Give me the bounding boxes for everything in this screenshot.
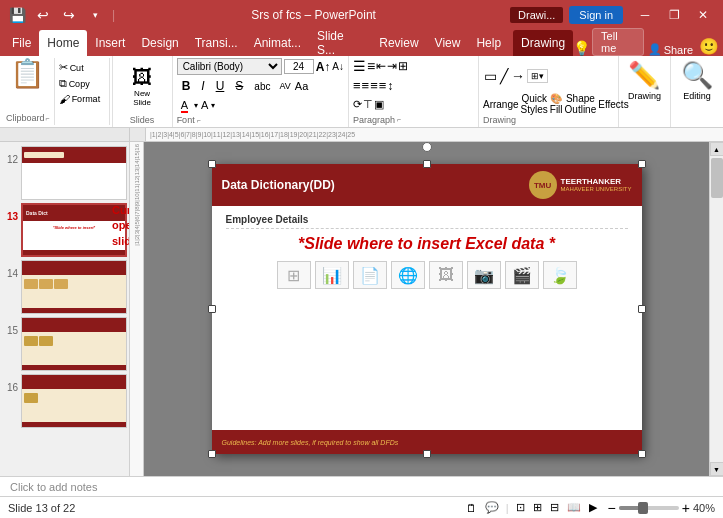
editing-button[interactable]: 🔍 Editing: [681, 60, 713, 101]
scroll-up-button[interactable]: ▲: [710, 142, 724, 156]
scroll-down-button[interactable]: ▼: [710, 462, 724, 476]
text-direction-button[interactable]: Aa: [295, 80, 308, 92]
tab-design[interactable]: Design: [133, 30, 186, 56]
sign-in-button[interactable]: Sign in: [569, 6, 623, 24]
align-center-button[interactable]: ≡: [362, 78, 370, 93]
tab-help[interactable]: Help: [468, 30, 509, 56]
align-left-button[interactable]: ≡: [353, 78, 361, 93]
rotate-handle[interactable]: [422, 142, 432, 152]
slide-sorter-button[interactable]: ⊟: [547, 500, 562, 515]
restore-button[interactable]: ❐: [660, 1, 688, 29]
zoom-out-button[interactable]: −: [608, 500, 616, 516]
minimize-button[interactable]: ─: [631, 1, 659, 29]
handle-ml[interactable]: [208, 305, 216, 313]
notes-bar[interactable]: Click to add notes: [0, 476, 723, 496]
smartart-button[interactable]: ▣: [374, 98, 384, 111]
arrange-button[interactable]: Arrange: [483, 99, 519, 110]
presenter-view-button[interactable]: ▶: [586, 500, 600, 515]
handle-tc[interactable]: [423, 160, 431, 168]
handle-bc[interactable]: [423, 450, 431, 458]
redo-button[interactable]: ↪: [58, 4, 80, 26]
drawing-button[interactable]: ✏️ Drawing: [628, 60, 661, 101]
reading-view-button[interactable]: 📖: [564, 500, 584, 515]
align-right-button[interactable]: ≡: [370, 78, 378, 93]
zoom-slider[interactable]: [619, 506, 679, 510]
font-name-select[interactable]: Calibri (Body): [177, 58, 282, 75]
decrease-indent-button[interactable]: ⇤: [376, 59, 386, 73]
tab-file[interactable]: File: [4, 30, 39, 56]
text-highlight-button[interactable]: A: [200, 98, 209, 112]
icon-file: 📄: [353, 261, 387, 289]
slide-thumb-14[interactable]: 14: [2, 260, 127, 314]
slide-thumb-16[interactable]: 16: [2, 374, 127, 428]
comments-view-button[interactable]: 💬: [482, 500, 502, 515]
font-row2: B I U S abc AV Aa: [177, 77, 344, 95]
font-row1: Calibri (Body) A↑ A↓: [177, 58, 344, 75]
drawing-context-label[interactable]: Drawi...: [510, 7, 563, 23]
font-size-input[interactable]: [284, 59, 314, 74]
bullets-button[interactable]: ☰: [353, 58, 366, 74]
bold-button[interactable]: B: [177, 77, 196, 95]
save-button[interactable]: 💾: [6, 4, 28, 26]
strikethrough-button[interactable]: S: [230, 77, 248, 95]
copy-button[interactable]: ⧉Copy: [57, 76, 93, 91]
scroll-thumb[interactable]: [711, 158, 723, 198]
shape-rect[interactable]: ▭: [483, 67, 498, 85]
shadow-button[interactable]: abc: [249, 79, 275, 94]
underline-button[interactable]: U: [211, 77, 230, 95]
new-slide-button[interactable]: 🖼 NewSlide: [132, 66, 152, 107]
notes-placeholder: Click to add notes: [10, 481, 97, 493]
shapes-gallery-button[interactable]: ⊞▾: [527, 69, 548, 83]
shape-arrow[interactable]: →: [510, 67, 526, 85]
increase-font-button[interactable]: A↑: [316, 60, 331, 74]
slide-thumb-13[interactable]: 13 Data Dict *Slide where to insert* Cur…: [2, 203, 127, 257]
normal-view-button[interactable]: ⊡: [513, 500, 528, 515]
line-spacing-button[interactable]: ↕: [387, 79, 393, 93]
icon-photo: 📷: [467, 261, 501, 289]
italic-button[interactable]: I: [196, 77, 209, 95]
char-spacing-button[interactable]: AV: [276, 79, 293, 93]
zoom-in-button[interactable]: +: [682, 500, 690, 516]
handle-mr[interactable]: [638, 305, 646, 313]
shape-line[interactable]: ╱: [499, 67, 509, 85]
scrollbar-vertical[interactable]: ▲ ▼: [709, 142, 723, 476]
handle-tl[interactable]: [208, 160, 216, 168]
outline-view-button[interactable]: ⊞: [530, 500, 545, 515]
tab-slide-show[interactable]: Slide S...: [309, 30, 371, 56]
customize-qat-button[interactable]: ▾: [84, 4, 106, 26]
tab-home[interactable]: Home: [39, 30, 87, 56]
slide-thumb-15[interactable]: 15: [2, 317, 127, 371]
slide-thumb-12[interactable]: 12: [2, 146, 127, 200]
align-text-button[interactable]: ⊤: [363, 98, 373, 111]
handle-bl[interactable]: [208, 450, 216, 458]
tab-transitions[interactable]: Transi...: [187, 30, 246, 56]
undo-button[interactable]: ↩: [32, 4, 54, 26]
tab-animations[interactable]: Animat...: [246, 30, 309, 56]
tab-shape-format[interactable]: Drawing: [513, 30, 573, 56]
cut-button[interactable]: ✂Cut: [57, 60, 93, 75]
tab-view[interactable]: View: [427, 30, 469, 56]
quick-styles-button[interactable]: Quick Styles: [521, 93, 548, 115]
format-painter-button[interactable]: 🖌Format: [57, 92, 107, 106]
justify-button[interactable]: ≡: [379, 78, 387, 93]
tab-review[interactable]: Review: [371, 30, 426, 56]
share-button[interactable]: 👤Share: [648, 43, 693, 56]
increase-indent-button[interactable]: ⇥: [387, 59, 397, 73]
paste-button[interactable]: 📋: [10, 60, 45, 88]
icon-table: ⊞: [277, 261, 311, 289]
close-button[interactable]: ✕: [689, 1, 717, 29]
handle-br[interactable]: [638, 450, 646, 458]
shape-fill-button[interactable]: 🎨Fill: [550, 93, 563, 115]
notes-view-button[interactable]: 🗒: [463, 501, 480, 515]
tell-me-input[interactable]: Tell me: [592, 28, 644, 56]
text-columns-button[interactable]: ⊞: [398, 59, 408, 73]
handle-tr[interactable]: [638, 160, 646, 168]
shape-outline-button[interactable]: Shape Outline: [565, 93, 597, 115]
text-direction-para-button[interactable]: ⟳: [353, 98, 362, 111]
slide-num-13: 13: [2, 211, 18, 222]
tab-insert[interactable]: Insert: [87, 30, 133, 56]
decrease-font-button[interactable]: A↓: [332, 61, 344, 72]
icon-video: 🎬: [505, 261, 539, 289]
numbering-button[interactable]: ≡: [367, 58, 375, 74]
font-color-button[interactable]: A: [177, 97, 192, 113]
